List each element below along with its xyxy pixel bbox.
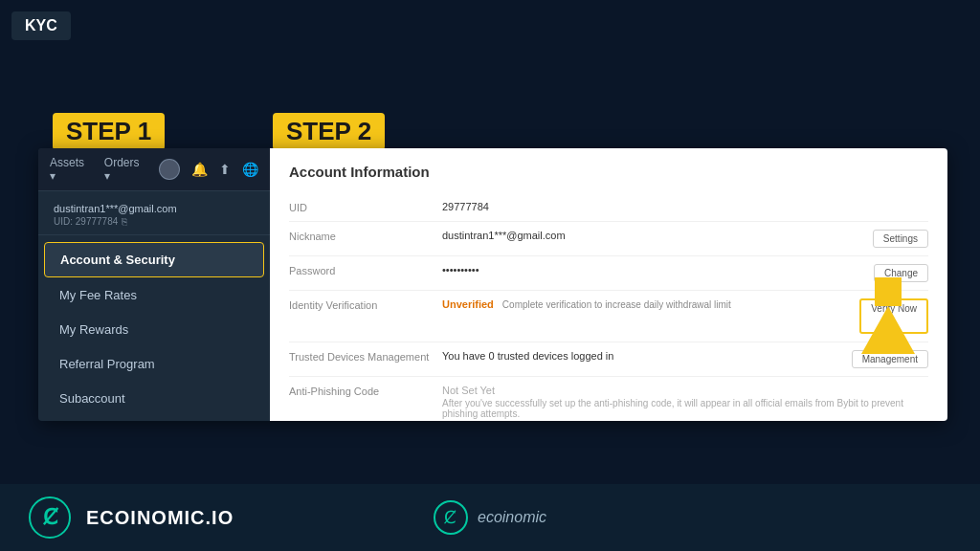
bell-icon[interactable]: 🔔 xyxy=(191,162,208,177)
center-logo-text: ecoinomic xyxy=(478,509,546,526)
trusted-devices-label: Trusted Devices Management xyxy=(289,350,442,363)
settings-button[interactable]: Settings xyxy=(873,230,928,248)
identity-value: Unverified Complete verification to incr… xyxy=(442,298,859,310)
anti-phishing-value: Not Set Yet xyxy=(442,385,928,396)
trusted-devices-row: Trusted Devices Management You have 0 tr… xyxy=(289,342,928,377)
arrow-up xyxy=(861,306,915,354)
orders-menu[interactable]: Orders ▾ xyxy=(104,156,147,183)
sidebar: Assets ▾ Orders ▾ 🔔 ⬆ 🌐 dustintran1***@g… xyxy=(38,148,270,421)
step2-label: STEP 2 xyxy=(273,113,385,150)
menu-item-subaccount[interactable]: Subaccount xyxy=(44,382,264,415)
step1-label: STEP 1 xyxy=(53,113,165,150)
menu-item-fee-rates[interactable]: My Fee Rates xyxy=(44,278,264,312)
user-email: dustintran1***@gmail.com xyxy=(54,203,255,214)
anti-phishing-label: Anti-Phishing Code xyxy=(289,385,442,397)
bottom-bar: Ȼ ECOINOMIC.IO Ȼ ecoinomic xyxy=(0,484,980,551)
assets-menu[interactable]: Assets ▾ xyxy=(50,156,93,183)
password-value: •••••••••• xyxy=(442,264,874,276)
uid-label: UID xyxy=(289,201,442,213)
identity-row: Identity Verification Unverified Complet… xyxy=(289,291,928,342)
nickname-label: Nickname xyxy=(289,230,442,242)
center-logo: Ȼ ecoinomic xyxy=(434,500,546,535)
globe-icon[interactable]: 🌐 xyxy=(242,162,258,177)
content-area: Account Information UID 29777784 Nicknam… xyxy=(270,148,947,421)
identity-label: Identity Verification xyxy=(289,298,442,311)
logo-circle: Ȼ xyxy=(29,496,71,539)
uid-value: 29777784 xyxy=(442,201,928,212)
menu-item-api[interactable]: API xyxy=(44,416,264,421)
anti-phishing-content: Not Set Yet After you've successfully se… xyxy=(442,385,928,419)
trusted-devices-value: You have 0 trusted devices logged in xyxy=(442,350,852,362)
center-logo-circle: Ȼ xyxy=(434,500,468,535)
user-uid: UID: 29777784 ⎘ xyxy=(54,216,255,227)
nickname-row: Nickname dustintran1***@gmail.com Settin… xyxy=(289,222,928,256)
menu-item-my-rewards[interactable]: My Rewards xyxy=(44,313,264,346)
nickname-value: dustintran1***@gmail.com xyxy=(442,230,873,241)
content-title: Account Information xyxy=(289,164,928,180)
anti-phishing-sub: After you've successfully set up the ant… xyxy=(442,398,928,419)
avatar[interactable] xyxy=(159,159,180,180)
sidebar-menu: Account & Security My Fee Rates My Rewar… xyxy=(38,235,270,421)
copy-icon[interactable]: ⎘ xyxy=(122,216,127,227)
password-row: Password •••••••••• Change xyxy=(289,256,928,291)
settings-action[interactable]: Settings xyxy=(873,230,928,248)
menu-item-account-security[interactable]: Account & Security xyxy=(44,242,264,277)
uid-row: UID 29777784 xyxy=(289,193,928,222)
kyc-badge: KYC xyxy=(11,11,71,40)
arrow-shaft xyxy=(875,277,902,306)
upload-icon[interactable]: ⬆ xyxy=(219,162,231,177)
menu-item-referral[interactable]: Referral Program xyxy=(44,347,264,381)
anti-phishing-row: Anti-Phishing Code Not Set Yet After you… xyxy=(289,377,928,421)
sidebar-header: Assets ▾ Orders ▾ 🔔 ⬆ 🌐 xyxy=(38,148,270,191)
arrow-indicator xyxy=(861,277,915,354)
user-info: dustintran1***@gmail.com UID: 29777784 ⎘ xyxy=(38,191,270,235)
logo-text: ECOINOMIC.IO xyxy=(86,507,234,529)
main-container: Assets ▾ Orders ▾ 🔔 ⬆ 🌐 dustintran1***@g… xyxy=(38,148,947,421)
password-label: Password xyxy=(289,264,442,276)
